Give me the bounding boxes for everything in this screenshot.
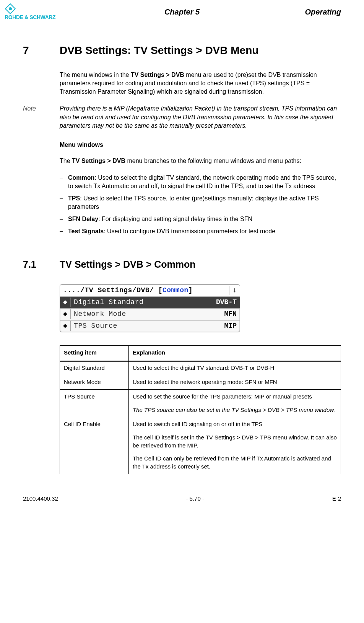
branches-paragraph: The TV Settings > DVB menu branches to t…: [60, 157, 341, 165]
page-footer: 2100.4400.32 - 5.70 - E-2: [23, 495, 341, 503]
down-arrow-icon: ↓: [229, 286, 240, 295]
list-item: TPS: Used to select the TPS source, to e…: [60, 194, 341, 211]
table-cell-explanation: Used to select the network operating mod…: [129, 375, 341, 390]
section-label: Operating: [305, 7, 341, 18]
page-header: ROHDE & SCHWARZ Chapter 5 Operating: [23, 7, 341, 20]
section-7-1-heading: 7.1 TV Settings > DVB > Common: [23, 258, 341, 271]
intro-paragraph: The menu windows in the TV Settings > DV…: [60, 71, 341, 96]
table-header-row: Setting item Explanation: [60, 345, 341, 361]
menu-row-value: MIP: [221, 321, 240, 331]
table-cell-setting-item: Network Mode: [60, 375, 129, 390]
menu-path-current: Common: [162, 286, 188, 294]
section-7-heading: 7 DVB Settings: TV Settings > DVB Menu: [23, 43, 341, 58]
branches-bold: TV Settings > DVB: [72, 158, 125, 164]
chapter-label: Chapter 5: [23, 7, 341, 18]
table-row: TPS SourceUsed to set the source for the…: [60, 389, 341, 417]
table-cell-paragraph: Used to set the source for the TPS param…: [133, 393, 337, 401]
list-item-text: : Used to select the TPS source, to ente…: [68, 195, 319, 210]
table-header-setting-item: Setting item: [60, 345, 129, 361]
list-item-title: Test Signals: [68, 228, 104, 234]
table-cell-paragraph: Used to select the network operating mod…: [133, 378, 337, 386]
menu-row-label: Network Mode: [71, 309, 221, 319]
note-body: Providing there is a MIP (Megaframe Init…: [60, 104, 341, 130]
menu-path-prefix: ..../TV Settings/DVB/: [63, 286, 158, 294]
subsection-title: TV Settings > DVB > Common: [60, 258, 196, 271]
table-cell-explanation: Used to select the digital TV standard: …: [129, 361, 341, 375]
bracket-close: ]: [188, 286, 193, 294]
table-cell-paragraph: The Cell ID can only be retrieved from t…: [133, 455, 337, 470]
intro-pre: The menu windows in the: [60, 72, 131, 78]
list-item-title: SFN Delay: [68, 216, 98, 222]
table-cell-paragraph: The TPS source can also be set in the TV…: [133, 406, 337, 414]
bracket-open: [: [158, 286, 162, 294]
table-row: Network ModeUsed to select the network o…: [60, 375, 341, 390]
table-cell-explanation: Used to set the source for the TPS param…: [129, 389, 341, 417]
menu-windows-list: Common: Used to select the digital TV st…: [60, 174, 341, 236]
intro-bold: TV Settings > DVB: [131, 72, 184, 78]
list-item-text: : For displaying and setting signal dela…: [98, 216, 252, 222]
menu-row-label: TPS Source: [71, 321, 221, 331]
table-cell-setting-item: Digital Standard: [60, 361, 129, 375]
table-cell-setting-item: Cell ID Enable: [60, 417, 129, 474]
menu-windows-heading: Menu windows: [60, 141, 341, 149]
subsection-number: 7.1: [23, 258, 60, 271]
table-cell-setting-item: TPS Source: [60, 389, 129, 417]
list-item-title: TPS: [68, 195, 80, 202]
menu-row-tps-source: ◆ TPS Source MIP: [60, 320, 240, 332]
branches-post: menu branches to the following menu wind…: [125, 158, 301, 164]
list-item-text: : Used to configure DVB transmission par…: [104, 228, 275, 234]
list-item-text: : Used to select the digital TV standard…: [68, 174, 336, 189]
table-row: Cell ID EnableUsed to switch cell ID sig…: [60, 417, 341, 474]
footer-left: 2100.4400.32: [23, 495, 58, 503]
table-cell-explanation: Used to switch cell ID signaling on or o…: [129, 417, 341, 474]
table-row: Digital StandardUsed to select the digit…: [60, 361, 341, 375]
menu-row-digital-standard: ◆ Digital Standard DVB-T: [60, 296, 240, 308]
svg-point-0: [9, 7, 12, 10]
menu-row-value: MFN: [221, 309, 240, 319]
menu-path-row: ..../TV Settings/DVB/ [Common] ↓: [60, 285, 240, 296]
list-item: Common: Used to select the digital TV st…: [60, 174, 341, 190]
spinner-icon: ◆: [60, 321, 71, 331]
spinner-icon: ◆: [60, 298, 71, 307]
menu-row-network-mode: ◆ Network Mode MFN: [60, 308, 240, 320]
branches-pre: The: [60, 158, 72, 164]
device-menu-screenshot: ..../TV Settings/DVB/ [Common] ↓ ◆ Digit…: [60, 284, 240, 332]
note-block: Note Providing there is a MIP (Megaframe…: [23, 104, 341, 130]
brand-name: ROHDE & SCHWARZ: [5, 14, 55, 21]
table-header-explanation: Explanation: [129, 345, 341, 361]
table-cell-paragraph: Used to switch cell ID signaling on or o…: [133, 420, 337, 428]
section-title: DVB Settings: TV Settings > DVB Menu: [60, 43, 258, 58]
settings-table: Setting item Explanation Digital Standar…: [60, 345, 341, 474]
list-item-title: Common: [68, 174, 94, 181]
menu-row-value: DVB-T: [213, 298, 240, 307]
spinner-icon: ◆: [60, 309, 71, 319]
table-cell-paragraph: Used to select the digital TV standard: …: [133, 364, 337, 372]
footer-center: - 5.70 -: [186, 495, 204, 503]
brand-logo-icon: [5, 3, 16, 15]
list-item: Test Signals: Used to configure DVB tran…: [60, 227, 341, 236]
menu-path: ..../TV Settings/DVB/ [Common]: [60, 286, 229, 295]
note-label: Note: [23, 104, 60, 130]
list-item: SFN Delay: For displaying and setting si…: [60, 215, 341, 223]
menu-row-label: Digital Standard: [71, 298, 213, 307]
table-cell-paragraph: The cell ID itself is set in the TV Sett…: [133, 434, 337, 449]
footer-right: E-2: [332, 495, 341, 503]
section-number: 7: [23, 43, 60, 58]
